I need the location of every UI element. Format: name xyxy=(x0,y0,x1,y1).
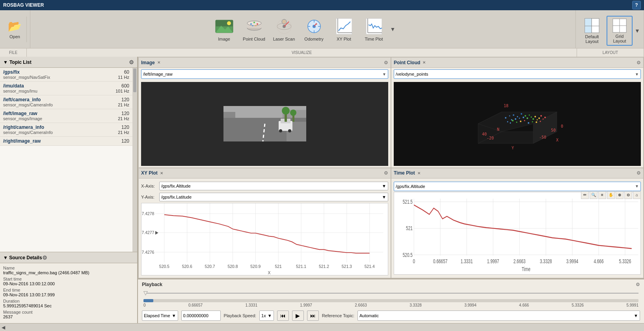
topic-name: /left/image_raw xyxy=(3,111,37,116)
xyplot-tool-label: XY Plot xyxy=(337,37,351,41)
svg-text:521.4: 521.4 xyxy=(365,264,375,269)
xyplot-tool-button[interactable]: XY Plot xyxy=(330,13,358,45)
image-topic-dropdown[interactable]: /left/image_raw ▼ xyxy=(141,69,388,79)
default-layout-button[interactable]: DefaultLayout xyxy=(579,16,605,46)
image-panel-content: /left/image_raw ▼ xyxy=(139,68,391,167)
topic-item-left-camera-info[interactable]: /left/camera_info 120 sensor_msgs/Camera… xyxy=(0,95,132,109)
topic-list-header: ▼ Topic List ⚙ xyxy=(0,57,137,68)
pointcloud-panel-header: Point Cloud ✕ ⚙ xyxy=(391,58,643,68)
topic-type: sensor_msgs/Imu xyxy=(3,89,37,93)
svg-point-69 xyxy=(529,115,530,116)
speed-label: Playback Speed: xyxy=(224,313,257,318)
elapsed-time-dropdown[interactable]: Elapsed Time ▼ xyxy=(142,311,178,321)
image-topic-value: /left/image_raw xyxy=(143,72,382,76)
pointcloud-panel-settings[interactable]: ⚙ xyxy=(637,60,641,65)
xyplot-panel: XY Plot ✕ ⚙ X-Axis: /gps/fix.Altitude ▼ xyxy=(139,168,391,278)
yaxis-dropdown[interactable]: /gps/fix.Latitude ▼ xyxy=(159,193,388,201)
topic-item-left-image-raw[interactable]: /left/image_raw 120 sensor_msgs/Image 21… xyxy=(0,109,132,123)
svg-point-83 xyxy=(520,121,521,122)
topic-list: /gps/fix 60 sensor_msgs/NavSatFix 11 Hz … xyxy=(0,68,132,146)
source-name-row: Name traffic_signs_mw_demo.bag (2466.048… xyxy=(3,266,134,275)
list-tool[interactable]: ≡ xyxy=(598,191,606,199)
pointcloud-topic-dropdown[interactable]: /velodyne_points ▼ xyxy=(394,69,641,79)
pan-tool[interactable]: ✋ xyxy=(607,191,615,199)
xyplot-panel-header: XY Plot ✕ ⚙ xyxy=(139,168,391,179)
laserscan-tool-label: Laser Scan xyxy=(273,37,295,41)
svg-point-71 xyxy=(530,117,532,118)
image-panel-settings[interactable]: ⚙ xyxy=(384,60,388,65)
topic-type: sensor_msgs/CameraInfo xyxy=(3,102,53,107)
odometry-tool-button[interactable]: Odometry xyxy=(300,13,328,45)
app-title: ROSBAG VIEWER xyxy=(3,2,44,8)
timeline-track[interactable] xyxy=(143,299,638,302)
collapse-arrow-source[interactable]: ▼ xyxy=(3,255,8,260)
grid-layout-button[interactable]: GridLayout xyxy=(607,16,633,46)
xaxis-dropdown[interactable]: /gps/fix.Altitude ▼ xyxy=(159,182,388,190)
source-details-settings-icon[interactable]: ⚙ xyxy=(42,255,47,261)
open-button[interactable]: 📂 Open xyxy=(3,17,27,42)
svg-text:3.3328: 3.3328 xyxy=(540,258,552,264)
fastforward-button[interactable]: ⏭ xyxy=(307,311,319,321)
svg-text:521.2: 521.2 xyxy=(319,264,329,269)
pointcloud-panel-close[interactable]: ✕ xyxy=(423,60,426,65)
timeplot-tool-button[interactable]: Time Plot xyxy=(360,13,388,45)
svg-point-87 xyxy=(536,121,537,123)
pointcloud-icon xyxy=(245,17,264,36)
bottom-bar: ◀ xyxy=(0,323,644,331)
image-panel-title: Image xyxy=(141,60,155,65)
xyplot-icon xyxy=(335,17,354,36)
topic-item-gps-fix[interactable]: /gps/fix 60 sensor_msgs/NavSatFix 11 Hz xyxy=(0,68,132,82)
reference-topic-dropdown[interactable]: Automatic ▼ xyxy=(357,311,640,321)
svg-text:17.4278: 17.4278 xyxy=(141,211,154,216)
svg-text:4.666: 4.666 xyxy=(594,258,603,264)
source-details-header: ▼ Source Details ⚙ xyxy=(0,252,137,263)
elapsed-time-input[interactable] xyxy=(181,311,221,321)
image-tool-button[interactable]: Image xyxy=(210,13,238,45)
collapse-arrow[interactable]: ▼ xyxy=(3,60,8,65)
svg-point-9 xyxy=(257,23,258,25)
help-button[interactable]: ? xyxy=(632,1,641,9)
source-start-value: 09-Nov-2016 13:00:12.000 xyxy=(3,281,134,286)
pointcloud-dropdown-arrow: ▼ xyxy=(635,72,639,76)
xyplot-panel-title: XY Plot xyxy=(141,170,158,176)
zoom-box-tool[interactable]: ⊕ xyxy=(616,191,624,199)
draw-tool[interactable]: ✏ xyxy=(581,191,589,199)
svg-point-78 xyxy=(544,117,546,118)
svg-point-70 xyxy=(527,117,528,119)
svg-text:-50: -50 xyxy=(539,135,546,139)
rewind-button[interactable]: ⏮ xyxy=(277,311,289,321)
source-end-row: End time 09-Nov-2016 13:00:17.999 xyxy=(3,288,134,297)
source-end-label: End time xyxy=(3,288,134,292)
image-panel-close[interactable]: ✕ xyxy=(157,60,160,65)
speed-dropdown[interactable]: 1x ▼ xyxy=(259,311,274,321)
timeplot-topic-dropdown[interactable]: /gps/fix.Altitude ▼ xyxy=(394,182,641,191)
xyplot-panel-close[interactable]: ✕ xyxy=(160,171,163,175)
more-tools-button[interactable]: ▼ xyxy=(390,26,396,32)
home-tool[interactable]: ⌂ xyxy=(633,191,641,199)
more-layout-button[interactable]: ▼ xyxy=(634,28,640,34)
tick-4: 2.6663 xyxy=(355,303,367,307)
xyplot-panel-settings[interactable]: ⚙ xyxy=(384,170,388,176)
timeplot-panel-settings[interactable]: ⚙ xyxy=(637,170,641,176)
timeplot-panel-close[interactable]: ✕ xyxy=(417,171,421,175)
source-name-value: traffic_signs_mw_demo.bag (2466.0487 MB) xyxy=(3,270,134,275)
topic-name: /right/camera_info xyxy=(3,125,44,130)
playback-settings-icon[interactable]: ⚙ xyxy=(636,282,640,287)
topic-list-settings-icon[interactable]: ⚙ xyxy=(129,59,134,65)
topic-item-right-image-raw[interactable]: /right/image_raw 120 xyxy=(0,137,132,146)
zoom-out-tool[interactable]: ⊖ xyxy=(624,191,632,199)
svg-text:X: X xyxy=(268,270,271,275)
svg-point-51 xyxy=(282,107,290,115)
topic-type: sensor_msgs/CameraInfo xyxy=(3,130,53,135)
topic-item-imu-data[interactable]: /imu/data 600 sensor_msgs/Imu 101 Hz xyxy=(0,82,132,95)
laserscan-tool-button[interactable]: Laser Scan xyxy=(270,13,298,45)
yaxis-value: /gps/fix.Latitude xyxy=(161,195,382,199)
yaxis-label: Y-Axis: xyxy=(141,195,157,199)
pointcloud-tool-button[interactable]: Point Cloud xyxy=(240,13,268,45)
topic-list-scrollbar[interactable] xyxy=(132,68,137,252)
zoom-in-tool[interactable]: 🔍 xyxy=(590,191,597,199)
topic-item-right-camera-info[interactable]: /right/camera_info 120 sensor_msgs/Camer… xyxy=(0,123,132,137)
bottom-left-arrow[interactable]: ◀ xyxy=(2,325,5,330)
svg-point-68 xyxy=(525,115,526,117)
play-button[interactable]: ▶ xyxy=(292,311,304,321)
